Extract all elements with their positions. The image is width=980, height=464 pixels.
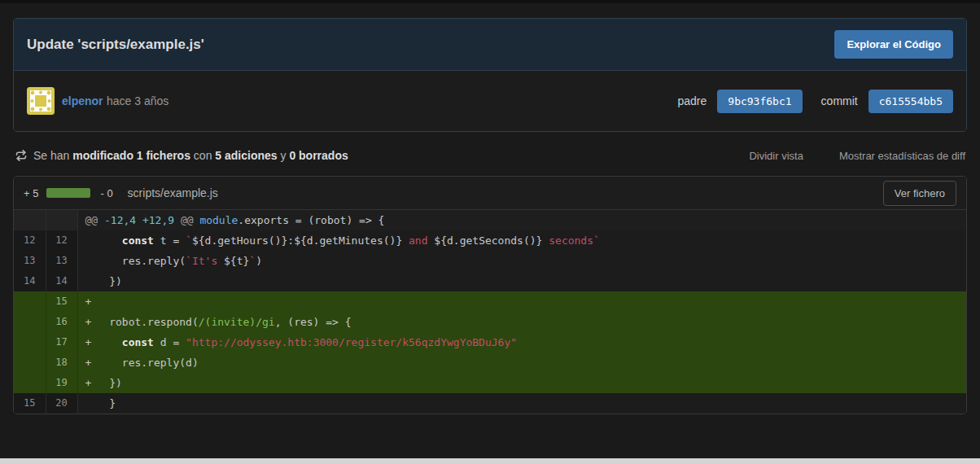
code-line-content: + robot.respond(/(invite)/gi, (res) => { <box>77 312 966 332</box>
split-view-link[interactable]: Dividir vista <box>749 150 803 162</box>
code-token: and <box>402 234 434 247</box>
commit-time-ago: hace 3 años <box>107 94 168 107</box>
author-link[interactable]: elpenor <box>62 94 103 107</box>
stats-segment: 0 borrados <box>289 149 348 162</box>
diff-table: @@ -12,4 +12,9 @@ module.exports = (robo… <box>14 210 966 414</box>
diff-file-header: + 5 - 0 scripts/example.js Ver fichero <box>14 177 966 210</box>
code-line-content: } <box>77 393 966 414</box>
code-line-content: + res.reply(d) <box>77 352 966 373</box>
stats-segment: con <box>190 149 215 162</box>
code-token: "http://odyssey.htb:3000/register/k56qzd… <box>186 336 517 348</box>
code-token: seconds` <box>542 234 599 247</box>
code-token: ) <box>256 255 262 267</box>
diff-line: 1212 const t = `${d.getHours()}:${d.getM… <box>14 230 966 251</box>
diff-table-body: @@ -12,4 +12,9 @@ module.exports = (robo… <box>14 210 966 414</box>
deletions-count: - 0 <box>100 187 112 199</box>
commit-sha-button[interactable]: c615554bb5 <box>868 90 953 113</box>
old-line-number[interactable] <box>14 373 46 393</box>
diff-line-marker: + <box>85 373 97 393</box>
diff-line: 1520 } <box>14 393 966 414</box>
old-line-number[interactable] <box>14 210 46 230</box>
old-line-number[interactable] <box>14 312 46 332</box>
code-token: module <box>199 214 238 226</box>
code-token: res.reply( <box>97 255 186 267</box>
code-line-content: + <box>77 291 966 312</box>
diff-line-marker: + <box>85 312 97 332</box>
new-line-number[interactable]: 14 <box>46 271 77 291</box>
code-token: @@ <box>174 214 199 226</box>
show-diff-stats-link[interactable]: Mostrar estadísticas de diff <box>839 150 965 162</box>
diff-line-marker <box>85 251 97 271</box>
code-token: }) <box>97 275 122 287</box>
code-token: ${d.getHours()}:${d.getMinutes()} <box>192 234 402 247</box>
diff-line: 17+ const d = "http://odyssey.htb:3000/r… <box>14 332 966 352</box>
bottom-edge-strip <box>0 458 980 464</box>
diff-stats-row: Se han modificado 1 ficheros con 5 adici… <box>15 149 965 162</box>
code-line-content: const t = `${d.getHours()}:${d.getMinute… <box>77 230 966 251</box>
parent-sha-button[interactable]: 9bc93f6bc1 <box>717 90 802 113</box>
view-file-button[interactable]: Ver fichero <box>883 181 956 206</box>
old-line-number[interactable] <box>14 352 46 373</box>
code-line-content: }) <box>77 271 966 291</box>
code-token: `It's <box>186 255 224 267</box>
code-token: -12,4 +12,9 <box>104 214 174 226</box>
new-line-number[interactable]: 15 <box>46 291 77 312</box>
diff-compare-icon <box>15 149 28 162</box>
commit-meta-row: elpenor hace 3 años padre 9bc93f6bc1 com… <box>14 71 966 131</box>
new-line-number[interactable]: 12 <box>46 230 77 251</box>
code-token: res.reply(d) <box>97 357 199 369</box>
old-line-number[interactable]: 15 <box>14 393 46 414</box>
diff-stats-text: Se han modificado 1 ficheros con 5 adici… <box>33 149 348 162</box>
old-line-number[interactable] <box>14 291 46 312</box>
diff-line-marker: + <box>85 332 97 352</box>
code-token <box>97 234 122 247</box>
old-line-number[interactable]: 13 <box>14 251 46 271</box>
code-token: }) <box>97 377 122 389</box>
code-token: } <box>97 397 116 409</box>
new-line-number[interactable]: 19 <box>46 373 77 393</box>
code-token: robot.respond( <box>97 316 199 328</box>
diff-line-marker <box>85 393 97 414</box>
diff-line: 16+ robot.respond(/(invite)/gi, (res) =>… <box>14 312 966 332</box>
parent-label: padre <box>678 94 707 107</box>
old-line-number[interactable]: 12 <box>14 230 46 251</box>
avatar[interactable] <box>27 87 55 115</box>
new-line-number[interactable]: 18 <box>46 352 77 373</box>
code-token: const <box>122 234 154 247</box>
code-token: ` <box>249 255 256 267</box>
code-token: ${d.getSeconds()} <box>434 234 542 247</box>
new-line-number[interactable]: 13 <box>46 251 77 271</box>
new-line-number[interactable]: 17 <box>46 332 77 352</box>
page: Update 'scripts/example.js' Explorar el … <box>0 3 980 414</box>
code-token <box>97 336 122 348</box>
commit-header: Update 'scripts/example.js' Explorar el … <box>14 19 966 71</box>
additions-count: + 5 <box>24 187 38 199</box>
code-token: ${t} <box>224 255 249 267</box>
code-token: .exports = (robot) => { <box>238 214 384 226</box>
new-line-number[interactable]: 20 <box>46 393 77 414</box>
code-line-content: @@ -12,4 +12,9 @@ module.exports = (robo… <box>77 210 966 230</box>
explore-code-button[interactable]: Explorar el Código <box>834 30 953 59</box>
new-line-number[interactable] <box>46 210 77 230</box>
old-line-number[interactable] <box>14 332 46 352</box>
stats-segment: modificado 1 ficheros <box>72 149 190 162</box>
code-token: @@ <box>85 214 104 226</box>
code-token: t = <box>154 234 186 247</box>
commit-label: commit <box>821 94 858 107</box>
diff-file-box: + 5 - 0 scripts/example.js Ver fichero @… <box>13 176 967 414</box>
new-line-number[interactable]: 16 <box>46 312 77 332</box>
code-token: , (res) => { <box>275 316 352 328</box>
code-token: d = <box>154 336 186 348</box>
code-token: ` <box>186 234 192 247</box>
diff-line: 19+ }) <box>14 373 966 393</box>
code-line-content: res.reply(`It's ${t}`) <box>77 251 966 271</box>
old-line-number[interactable]: 14 <box>14 271 46 291</box>
diff-line: 1414 }) <box>14 271 966 291</box>
commit-title: Update 'scripts/example.js' <box>27 37 204 53</box>
code-token: const <box>122 336 154 348</box>
stats-segment: y <box>278 149 290 162</box>
diff-line-marker <box>85 271 97 291</box>
file-name-link[interactable]: scripts/example.js <box>128 186 218 199</box>
diff-line: 1313 res.reply(`It's ${t}`) <box>14 251 966 271</box>
code-token: /(invite)/gi <box>199 316 275 328</box>
